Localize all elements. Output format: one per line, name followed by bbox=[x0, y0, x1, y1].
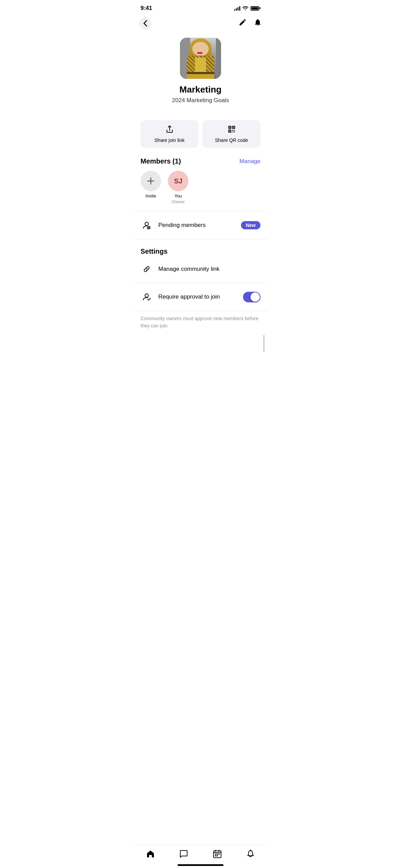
approval-description: Community owners must approve new member… bbox=[134, 314, 267, 335]
manage-community-link-item[interactable]: Manage community link bbox=[134, 258, 267, 280]
edit-button[interactable] bbox=[239, 18, 247, 28]
qr-code-icon bbox=[228, 125, 236, 135]
member-item-sj[interactable]: SJ You Owner bbox=[168, 171, 189, 204]
toggle-track[interactable] bbox=[243, 292, 260, 302]
member-name-sj: You bbox=[174, 193, 182, 198]
members-row: Invite SJ You Owner bbox=[141, 171, 260, 204]
svg-rect-8 bbox=[232, 132, 233, 132]
require-approval-toggle[interactable] bbox=[243, 292, 260, 302]
share-qr-code-button[interactable]: Share QR code bbox=[203, 120, 260, 148]
invite-avatar[interactable] bbox=[141, 171, 161, 191]
svg-rect-5 bbox=[229, 131, 230, 132]
status-time: 9:41 bbox=[141, 5, 152, 12]
action-buttons: Share join link Share QR code bbox=[134, 120, 267, 148]
svg-rect-3 bbox=[229, 127, 230, 128]
wifi-icon bbox=[242, 5, 248, 11]
share-join-link-button[interactable]: Share join link bbox=[141, 120, 198, 148]
link-icon bbox=[141, 263, 153, 275]
profile-image bbox=[180, 38, 221, 79]
community-link-label: Manage community link bbox=[158, 266, 260, 273]
invite-label: Invite bbox=[145, 193, 156, 198]
svg-rect-7 bbox=[234, 130, 235, 131]
member-avatar-sj: SJ bbox=[168, 171, 189, 191]
members-section: Members (1) Manage Invite SJ You Owner bbox=[134, 157, 267, 204]
approval-icon bbox=[141, 291, 153, 303]
divider-2 bbox=[134, 239, 267, 239]
signal-icon bbox=[234, 6, 240, 11]
member-role-sj: Owner bbox=[172, 199, 185, 204]
members-header: Members (1) Manage bbox=[141, 157, 260, 165]
settings-title: Settings bbox=[141, 248, 168, 255]
status-icons bbox=[234, 5, 260, 11]
toggle-thumb bbox=[251, 292, 260, 302]
settings-section: Settings bbox=[134, 242, 267, 258]
svg-point-12 bbox=[145, 294, 148, 297]
members-title: Members (1) bbox=[141, 157, 181, 165]
divider-3 bbox=[134, 283, 267, 283]
invite-member-item[interactable]: Invite bbox=[141, 171, 161, 198]
nav-bar bbox=[134, 14, 267, 34]
divider-1 bbox=[134, 211, 267, 212]
require-approval-item[interactable]: Require approval to join bbox=[134, 286, 267, 308]
svg-rect-9 bbox=[234, 131, 235, 132]
svg-rect-6 bbox=[232, 130, 233, 131]
pending-members-label: Pending members bbox=[158, 222, 235, 229]
share-link-label: Share join link bbox=[155, 137, 185, 143]
pending-members-item[interactable]: Pending members New bbox=[134, 214, 267, 236]
member-initials: SJ bbox=[174, 177, 182, 185]
scroll-indicator bbox=[263, 335, 265, 352]
new-badge: New bbox=[241, 221, 260, 229]
svg-rect-4 bbox=[233, 127, 234, 128]
share-qr-label: Share QR code bbox=[215, 137, 248, 143]
status-bar: 9:41 bbox=[134, 0, 267, 14]
notification-button[interactable] bbox=[254, 18, 262, 28]
share-link-icon bbox=[166, 125, 174, 135]
svg-point-10 bbox=[145, 222, 148, 226]
pending-members-icon bbox=[141, 219, 153, 231]
divider-4 bbox=[134, 311, 267, 311]
profile-section: Marketing 2024 Marketing Goals bbox=[134, 34, 267, 120]
back-button[interactable] bbox=[139, 17, 151, 29]
battery-icon bbox=[251, 6, 260, 11]
group-name: Marketing bbox=[180, 84, 222, 95]
nav-actions bbox=[239, 18, 262, 28]
manage-link[interactable]: Manage bbox=[240, 158, 260, 165]
group-description: 2024 Marketing Goals bbox=[172, 97, 229, 104]
require-approval-label: Require approval to join bbox=[158, 293, 238, 300]
